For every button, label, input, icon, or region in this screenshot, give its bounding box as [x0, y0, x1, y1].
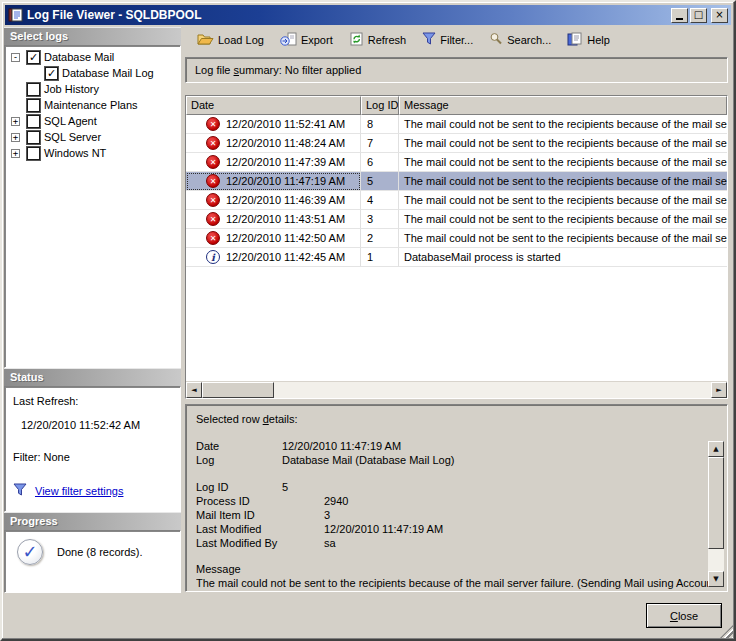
close-button[interactable]: Close	[646, 603, 722, 628]
details-field-row: Last Modified Bysa	[196, 536, 717, 550]
error-icon: ✕	[206, 155, 220, 169]
refresh-icon	[349, 32, 364, 48]
checkbox[interactable]	[27, 131, 40, 144]
tree-item-sql-agent[interactable]: + SQL Agent	[5, 113, 180, 129]
details-fields: Date12/20/2010 11:47:19 AM LogDatabase M…	[196, 439, 717, 563]
checkbox[interactable]	[27, 115, 40, 128]
details-field-row: Date12/20/2010 11:47:19 AM	[196, 439, 717, 453]
info-icon: i	[206, 250, 220, 264]
search-icon	[489, 32, 503, 47]
toolbar-search-button[interactable]: Search...	[481, 28, 559, 51]
details-field-row: Mail Item ID3	[196, 508, 717, 522]
log-grid-row[interactable]: ✕12/20/2010 11:43:51 AM 3 The mail could…	[186, 210, 727, 229]
last-refresh-value: 12/20/2010 11:52:42 AM	[21, 419, 140, 431]
details-field-row: Process ID2940	[196, 494, 717, 508]
collapse-icon[interactable]: -	[11, 53, 20, 62]
expand-icon[interactable]: +	[11, 117, 20, 126]
vertical-scroll-thumb[interactable]	[708, 457, 724, 549]
minimize-button[interactable]	[671, 8, 688, 23]
tree-item-sql-server[interactable]: + SQL Server	[5, 129, 180, 145]
done-check-icon: ✓	[17, 539, 43, 565]
log-grid-row[interactable]: ✕12/20/2010 11:42:50 AM 2 The mail could…	[186, 229, 727, 248]
status-header: Status	[4, 368, 181, 386]
checkbox[interactable]	[27, 99, 40, 112]
vertical-scroll-track[interactable]	[708, 549, 724, 571]
details-title: Selected row details:	[196, 413, 717, 425]
details-spacer	[196, 467, 717, 480]
log-grid-row[interactable]: i12/20/2010 11:42:45 AM 1 DatabaseMail p…	[186, 248, 727, 267]
tree-item-database-mail-log[interactable]: ✓ Database Mail Log	[5, 65, 180, 81]
expand-icon[interactable]: +	[11, 133, 20, 142]
titlebar[interactable]: Log File Viewer - SQLDBPOOL □ ×	[5, 5, 731, 25]
help-icon	[567, 32, 583, 48]
close-window-button[interactable]: ×	[711, 8, 728, 23]
maximize-button[interactable]: □	[690, 8, 707, 23]
grid-body: ✕12/20/2010 11:52:41 AM 8 The mail could…	[186, 115, 727, 381]
horizontal-scrollbar[interactable]: ◄ ►	[186, 381, 727, 398]
left-panel: Select logs - ✓ Database Mail ✓ Database…	[4, 27, 181, 593]
toolbar-export-button[interactable]: Export	[272, 28, 341, 52]
details-field-row: LogDatabase Mail (Database Mail Log)	[196, 453, 717, 467]
error-icon: ✕	[206, 231, 220, 245]
selected-row-details-pane: Selected row details: Date12/20/2010 11:…	[185, 404, 728, 592]
details-field-row: Last Modified12/20/2010 11:47:19 AM	[196, 522, 717, 536]
error-icon: ✕	[206, 136, 220, 150]
error-icon: ✕	[206, 193, 220, 207]
tree-item-job-history[interactable]: Job History	[5, 81, 180, 97]
progress-panel: ✓ Done (8 records).	[4, 530, 181, 593]
details-message-text: The mail could not be sent to the recipi…	[196, 577, 717, 591]
tree-item-database-mail[interactable]: - ✓ Database Mail	[5, 49, 180, 65]
open-folder-icon	[197, 32, 214, 48]
details-message-label: Message	[196, 563, 717, 577]
toolbar-load-log-button[interactable]: Load Log	[189, 28, 272, 52]
view-filter-settings-link[interactable]: View filter settings	[35, 485, 123, 497]
error-icon: ✕	[206, 174, 220, 188]
summary-text: Log file summary: No filter applied	[195, 64, 361, 76]
horizontal-scroll-track[interactable]	[274, 382, 711, 398]
tree-item-windows-nt[interactable]: + Windows NT	[5, 145, 180, 161]
column-header-date[interactable]: Date	[186, 96, 361, 115]
scroll-down-arrow[interactable]: ▼	[708, 571, 724, 587]
log-tree: - ✓ Database Mail ✓ Database Mail Log Jo…	[4, 45, 181, 368]
tree-item-maintenance-plans[interactable]: Maintenance Plans	[5, 97, 180, 113]
progress-header: Progress	[4, 512, 181, 530]
toolbar-help-button[interactable]: Help	[559, 28, 618, 52]
window-title: Log File Viewer - SQLDBPOOL	[27, 8, 669, 22]
status-panel: Last Refresh: 12/20/2010 11:52:42 AM Fil…	[4, 386, 181, 512]
log-grid-row[interactable]: ✕12/20/2010 11:46:39 AM 4 The mail could…	[186, 191, 727, 210]
error-icon: ✕	[206, 117, 220, 131]
details-spacer	[196, 550, 717, 563]
filter-icon	[13, 483, 27, 498]
filter-icon	[422, 32, 436, 47]
log-file-summary-bar: Log file summary: No filter applied	[185, 57, 728, 83]
scroll-left-arrow[interactable]: ◄	[186, 382, 202, 398]
error-icon: ✕	[206, 212, 220, 226]
horizontal-scroll-thumb[interactable]	[202, 382, 274, 398]
checkbox[interactable]: ✓	[45, 67, 58, 80]
details-vertical-scrollbar[interactable]: ▲ ▼	[708, 441, 724, 587]
toolbar: Load Log Export Refresh Filter... Search…	[185, 26, 728, 53]
grid-header-row: Date Log ID Message	[186, 96, 727, 115]
log-file-viewer-window: Log File Viewer - SQLDBPOOL □ × Select l…	[0, 0, 736, 641]
checkbox[interactable]	[27, 147, 40, 160]
progress-text: Done (8 records).	[57, 546, 143, 558]
column-header-message[interactable]: Message	[399, 96, 727, 115]
filter-status-label: Filter: None	[13, 451, 70, 463]
expand-icon[interactable]: +	[11, 149, 20, 158]
app-icon	[8, 8, 23, 22]
checkbox[interactable]: ✓	[27, 51, 40, 64]
checkbox[interactable]	[27, 83, 40, 96]
scroll-up-arrow[interactable]: ▲	[708, 441, 724, 457]
toolbar-refresh-button[interactable]: Refresh	[341, 28, 415, 52]
scroll-right-arrow[interactable]: ►	[711, 382, 727, 398]
column-header-log-id[interactable]: Log ID	[361, 96, 399, 115]
main-area: Load Log Export Refresh Filter... Search…	[185, 26, 728, 593]
toolbar-filter-button[interactable]: Filter...	[414, 28, 481, 51]
log-grid-row[interactable]: ✕12/20/2010 11:48:24 AM 7 The mail could…	[186, 134, 727, 153]
log-grid-row[interactable]: ✕12/20/2010 11:52:41 AM 8 The mail could…	[186, 115, 727, 134]
last-refresh-label: Last Refresh:	[13, 395, 78, 407]
export-icon	[280, 32, 297, 48]
log-grid-row[interactable]: ✕12/20/2010 11:47:39 AM 6 The mail could…	[186, 153, 727, 172]
log-grid-row[interactable]: ✕12/20/2010 11:47:19 AM 5 The mail could…	[186, 172, 727, 191]
log-grid: Date Log ID Message ✕12/20/2010 11:52:41…	[185, 95, 728, 399]
